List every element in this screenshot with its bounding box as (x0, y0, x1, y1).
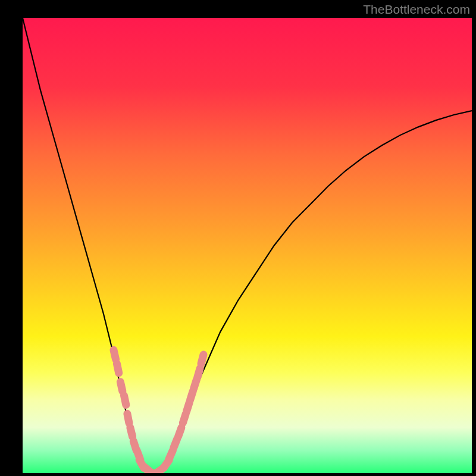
chart-svg (23, 18, 472, 473)
marker-dot (198, 368, 200, 377)
marker-dot (130, 427, 133, 437)
marker-dot (178, 428, 181, 437)
gradient-background (23, 18, 472, 473)
marker-dot (127, 414, 129, 423)
marker-dot (117, 364, 118, 373)
chart-plot-area (23, 18, 472, 473)
marker-dot (120, 382, 123, 392)
marker-dot (124, 396, 126, 405)
marker-dot (169, 450, 173, 459)
watermark-text: TheBottleneck.com (363, 2, 470, 17)
marker-dot (201, 355, 203, 364)
marker-dot (174, 439, 177, 448)
marker-dot (114, 350, 116, 359)
